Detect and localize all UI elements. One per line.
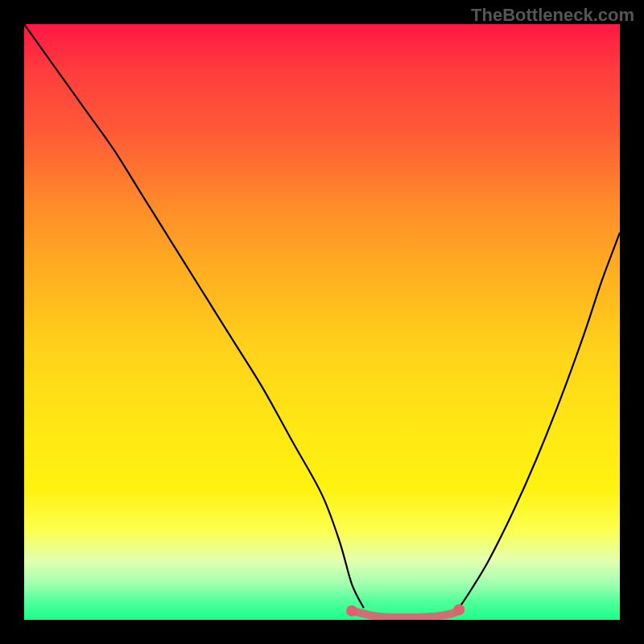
watermark-text: TheBottleneck.com: [471, 5, 634, 26]
curve-right-curve: [459, 233, 620, 608]
curve-left-curve: [24, 24, 364, 608]
chart-svg: [24, 24, 620, 620]
frame-left: [0, 0, 24, 644]
frame-right: [620, 0, 644, 644]
chart-plot-area: [24, 24, 620, 620]
curve-bottom-flat: [352, 609, 459, 617]
marker-dot: [453, 604, 464, 615]
marker-dot: [346, 605, 357, 617]
frame-bottom: [0, 620, 644, 644]
